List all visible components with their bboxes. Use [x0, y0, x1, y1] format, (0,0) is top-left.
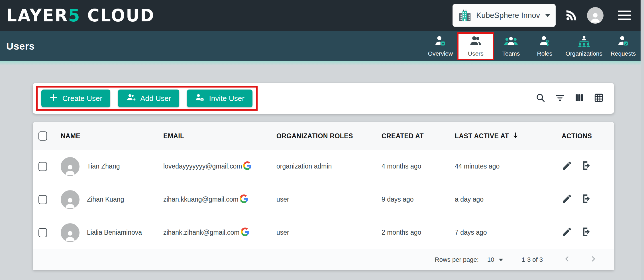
column-header-label: LAST ACTIVE AT — [455, 132, 509, 140]
nav-item-users annotation-users-tab[interactable]: Users — [457, 32, 494, 60]
table-pagination-footer: Rows per page: 10 1-3 of 3 — [33, 249, 614, 270]
previous-page-button chevron-left-icon[interactable] — [563, 255, 571, 265]
edit-user-icon[interactable] — [562, 193, 572, 206]
table-row: Tian Zhang lovedayyyyyyy@gmail.com organ… — [33, 150, 614, 183]
roles-icon — [539, 35, 551, 48]
rss-feed-icon[interactable] — [565, 9, 578, 22]
app-header: LAYER5 CLOUD — [0, 0, 644, 31]
users-toolbar: Create User Add User — [33, 83, 614, 114]
table-row: Lialia Beniaminova zihank.zihank@gmail.c… — [33, 216, 614, 249]
user-email: zihank.zihank@gmail.com — [163, 229, 240, 236]
row-checkbox[interactable] — [38, 162, 47, 171]
column-header-actions: ACTIONS — [558, 132, 614, 140]
navbar-gradient-edge — [0, 61, 644, 65]
grid-view-icon[interactable] — [594, 93, 604, 104]
column-header-name[interactable]: NAME — [61, 132, 163, 140]
user-avatar[interactable] — [587, 7, 604, 24]
row-checkbox[interactable] — [38, 228, 47, 237]
column-header-org-roles[interactable]: ORGANIZATION ROLES — [276, 132, 382, 140]
remove-user-icon[interactable] — [581, 226, 592, 239]
user-created-at: 4 months ago — [382, 163, 455, 170]
column-header-created-at[interactable]: CREATED AT — [382, 132, 455, 140]
organizations-icon — [578, 35, 590, 48]
caret-down-icon — [545, 14, 550, 17]
user-created-at: 9 days ago — [382, 196, 455, 203]
edit-user-icon[interactable] — [562, 226, 572, 239]
user-org-roles: organization admin — [276, 163, 382, 170]
nav-item-label: Overview — [428, 50, 453, 57]
overview-icon — [434, 35, 446, 48]
nav-item-label: Roles — [537, 50, 553, 57]
row-avatar — [61, 190, 80, 209]
rows-per-page-value: 10 — [487, 256, 494, 263]
table-toolbar-icons — [535, 93, 604, 104]
user-org-roles: user — [276, 196, 382, 203]
menu-icon[interactable] — [618, 11, 631, 20]
users-icon — [470, 35, 482, 48]
user-last-active-at: a day ago — [455, 196, 558, 203]
user-org-roles: user — [276, 229, 382, 236]
page-title: Users — [6, 40, 35, 52]
select-all-checkbox[interactable] — [38, 131, 47, 141]
add-user-icon — [126, 93, 136, 104]
logo-five: 5 — [68, 5, 81, 25]
nav-item-label: Requests — [611, 50, 636, 57]
rows-per-page-select[interactable]: 10 — [487, 256, 503, 263]
table-row: Zihan Kuang zihan.kkuang@gmail.com user … — [33, 183, 614, 216]
row-avatar — [61, 157, 80, 176]
user-name: Tian Zhang — [87, 163, 120, 170]
user-last-active-at: 7 days ago — [455, 229, 558, 236]
remove-user-icon[interactable] — [581, 160, 592, 173]
caret-down-icon — [499, 259, 503, 261]
nav-item-organizations[interactable]: Organizations — [561, 32, 606, 60]
create-user-button[interactable]: Create User — [41, 90, 110, 107]
layer5-cloud-logo[interactable]: LAYER5 CLOUD — [6, 5, 155, 25]
user-name: Lialia Beniaminova — [87, 229, 142, 236]
edit-user-icon[interactable] — [562, 160, 572, 173]
invite-user-icon — [195, 93, 205, 104]
row-checkbox[interactable] — [38, 195, 47, 204]
invite-user-label: Invite User — [209, 94, 244, 103]
filter-icon[interactable] — [555, 93, 565, 104]
google-icon — [241, 228, 249, 238]
column-header-email[interactable]: EMAIL — [163, 132, 276, 140]
search-icon[interactable] — [535, 93, 546, 104]
org-switcher-button[interactable]: KubeSphere Innov — [453, 4, 556, 27]
building-icon — [457, 8, 472, 23]
user-created-at: 2 months ago — [382, 229, 455, 236]
pagination-range: 1-3 of 3 — [521, 256, 543, 263]
annotation-action-buttons: Create User Add User — [36, 86, 258, 111]
user-last-active-at: 44 minutes ago — [455, 163, 558, 170]
create-user-label: Create User — [62, 94, 102, 103]
org-switcher-label: KubeSphere Innov — [476, 11, 540, 20]
nav-item-overview[interactable]: Overview — [423, 32, 457, 60]
column-header-last-active-at[interactable]: LAST ACTIVE AT — [455, 131, 558, 141]
main-content: Create User Add User — [33, 83, 614, 270]
browser-scrollbar[interactable] — [641, 0, 644, 280]
google-icon — [243, 161, 252, 172]
add-user-label: Add User — [140, 94, 171, 103]
plus-icon — [49, 93, 58, 104]
nav-item-teams[interactable]: Teams — [494, 32, 528, 60]
nav-item-roles[interactable]: Roles — [528, 32, 561, 60]
invite-user-button[interactable]: Invite User — [187, 90, 252, 107]
nav-items: Overview Users — [423, 32, 640, 60]
section-navbar: Users Overview Users — [0, 31, 644, 61]
next-page-button chevron-right-icon[interactable] — [589, 255, 598, 265]
row-avatar — [61, 223, 80, 242]
rows-per-page-label: Rows per page: — [435, 256, 479, 263]
logo-layer: LAYER — [6, 5, 68, 25]
user-email: zihan.kkuang@gmail.com — [163, 196, 239, 203]
view-columns-icon[interactable] — [574, 93, 584, 104]
requests-icon — [617, 35, 629, 48]
table-header-row: NAME EMAIL ORGANIZATION ROLES CREATED AT… — [33, 122, 614, 150]
teams-icon — [504, 35, 518, 48]
google-icon — [240, 194, 248, 205]
nav-item-label: Teams — [502, 50, 520, 57]
nav-item-requests[interactable]: Requests — [606, 32, 640, 60]
nav-item-label: Users — [468, 50, 484, 57]
users-table: NAME EMAIL ORGANIZATION ROLES CREATED AT… — [33, 122, 614, 270]
user-name: Zihan Kuang — [87, 196, 124, 203]
remove-user-icon[interactable] — [581, 193, 592, 206]
add-user-button[interactable]: Add User — [118, 90, 179, 107]
